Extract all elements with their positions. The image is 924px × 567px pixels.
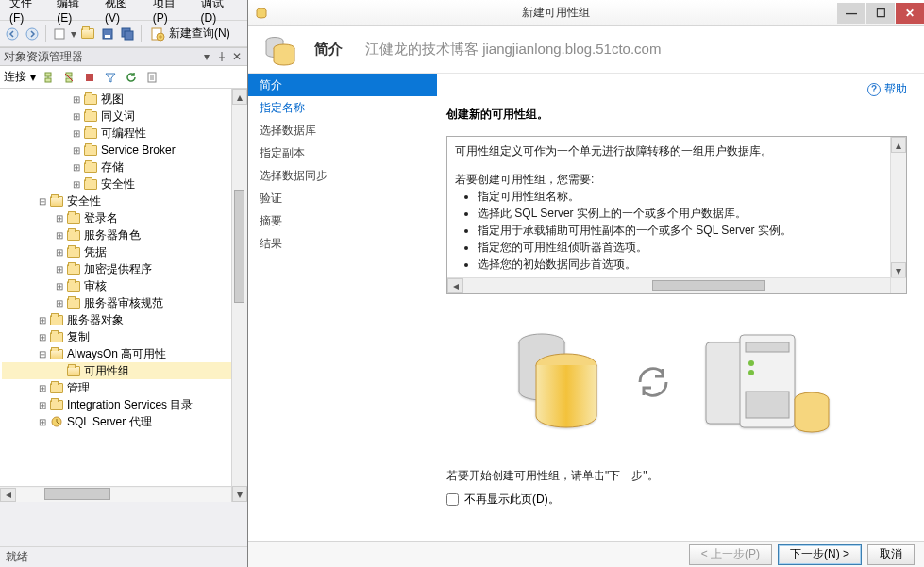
nav-back-icon[interactable]: [4, 25, 21, 42]
dont-show-checkbox[interactable]: 不再显示此页(D)。: [446, 492, 907, 508]
refresh-icon[interactable]: [123, 69, 140, 86]
menu-debug[interactable]: 调试(D): [197, 0, 242, 25]
scroll-up-icon[interactable]: ▴: [891, 137, 906, 153]
connect-icon[interactable]: [40, 69, 57, 86]
scroll-down-icon[interactable]: ▾: [232, 486, 247, 502]
tree-item[interactable]: ⊞Service Broker: [2, 142, 247, 158]
scroll-left-icon[interactable]: ◂: [447, 278, 463, 293]
expand-icon[interactable]: ⊟: [36, 196, 49, 207]
menubar: 文件(F) 编辑(E) 视图(V) 项目(P) 调试(D): [0, 0, 247, 21]
tree-item[interactable]: ⊞凭据: [2, 243, 247, 260]
folder-icon: [49, 346, 64, 361]
svg-rect-6: [125, 31, 133, 40]
tree-item[interactable]: ⊞视图: [2, 91, 247, 108]
svg-point-24: [748, 360, 754, 366]
expand-icon[interactable]: ⊞: [70, 145, 83, 156]
tree-item[interactable]: 可用性组: [2, 362, 247, 379]
tree-item[interactable]: ⊞审核: [2, 277, 247, 294]
wizard-step[interactable]: 选择数据同步: [248, 164, 437, 187]
close-button[interactable]: ✕: [896, 3, 924, 24]
save-icon[interactable]: [99, 25, 116, 42]
info-hscroll[interactable]: ◂ ▸: [447, 277, 906, 293]
wizard-step[interactable]: 指定副本: [248, 142, 437, 164]
scroll-left-icon[interactable]: ◂: [0, 488, 16, 502]
tree-item[interactable]: ⊟AlwaysOn 高可用性: [2, 345, 247, 362]
wizard-step[interactable]: 选择数据库: [248, 119, 437, 142]
tree-item[interactable]: ⊞服务器对象: [2, 311, 247, 328]
tree-item[interactable]: ⊞可编程性: [2, 125, 247, 142]
expand-icon[interactable]: ⊞: [70, 111, 83, 122]
wizard-dialog: 新建可用性组 — ☐ ✕ 简介 江健龙的技术博客 jiangjianlong.b…: [247, 0, 924, 567]
svg-rect-10: [45, 78, 51, 82]
checkbox-input[interactable]: [446, 493, 459, 506]
expand-icon[interactable]: ⊞: [53, 281, 66, 292]
stop-icon[interactable]: [81, 69, 98, 86]
menu-edit[interactable]: 编辑(E): [53, 0, 97, 25]
expand-icon[interactable]: ⊞: [36, 332, 49, 342]
tree-item[interactable]: ⊞服务器审核规范: [2, 294, 247, 311]
scroll-thumb[interactable]: [234, 190, 244, 303]
scroll-thumb[interactable]: [652, 280, 765, 291]
nav-fwd-icon[interactable]: [24, 25, 41, 42]
tree-item[interactable]: ⊞复制: [2, 328, 247, 345]
expand-icon[interactable]: ⊞: [70, 128, 83, 139]
expand-icon[interactable]: ⊞: [36, 315, 49, 325]
menu-project[interactable]: 项目(P): [149, 0, 193, 25]
tree-item[interactable]: ⊞安全性: [2, 175, 247, 192]
disconnect-icon[interactable]: [60, 69, 77, 86]
tree-item[interactable]: ⊞同义词: [2, 108, 247, 125]
folder-icon: [83, 108, 98, 124]
expand-icon[interactable]: ⊞: [53, 230, 66, 241]
tree-item[interactable]: ⊞存储: [2, 158, 247, 175]
next-button[interactable]: 下一步(N) >: [778, 544, 862, 565]
tree-item[interactable]: ⊞Integration Services 目录: [2, 396, 247, 413]
script-icon[interactable]: [143, 69, 160, 86]
filter-icon[interactable]: [102, 69, 119, 86]
connect-label[interactable]: 连接: [4, 69, 26, 85]
tree-item[interactable]: ⊞SQL Server 代理: [2, 413, 247, 430]
wizard-step[interactable]: 结果: [248, 232, 437, 255]
close-icon[interactable]: ✕: [230, 50, 244, 63]
info-vscroll[interactable]: ▴ ▾: [890, 137, 906, 278]
tree-item[interactable]: ⊞管理: [2, 379, 247, 396]
object-explorer-tree[interactable]: ⊞视图⊞同义词⊞可编程性⊞Service Broker⊞存储⊞安全性⊟安全性⊞登…: [0, 89, 247, 486]
tree-hscroll[interactable]: ◂ ▸: [0, 486, 247, 502]
menu-file[interactable]: 文件(F): [6, 0, 49, 25]
expand-icon[interactable]: ⊞: [36, 417, 49, 427]
scroll-down-icon[interactable]: ▾: [891, 262, 906, 278]
expand-icon[interactable]: ⊞: [36, 383, 49, 393]
maximize-button[interactable]: ☐: [866, 3, 895, 24]
scroll-thumb[interactable]: [44, 488, 110, 500]
wizard-step[interactable]: 摘要: [248, 209, 437, 232]
expand-icon[interactable]: ⊞: [70, 162, 83, 173]
blog-watermark: 江健龙的技术博客 jiangjianlong.blog.51cto.com: [365, 41, 661, 58]
expand-icon[interactable]: ⊞: [53, 213, 66, 224]
titlebar[interactable]: 新建可用性组 — ☐ ✕: [248, 0, 924, 26]
scroll-up-icon[interactable]: ▴: [232, 89, 247, 105]
expand-icon[interactable]: ⊞: [36, 400, 49, 410]
open-icon[interactable]: [79, 25, 96, 42]
expand-icon[interactable]: ⊞: [53, 298, 66, 309]
minimize-button[interactable]: —: [837, 3, 865, 24]
tree-item[interactable]: ⊟安全性: [2, 192, 247, 209]
menu-view[interactable]: 视图(V): [101, 0, 145, 25]
expand-icon[interactable]: ⊞: [70, 94, 83, 105]
tree-item[interactable]: ⊞加密提供程序: [2, 260, 247, 277]
wizard-step[interactable]: 验证: [248, 187, 437, 209]
new-icon[interactable]: [51, 25, 68, 42]
cancel-button[interactable]: 取消: [867, 544, 915, 565]
expand-icon[interactable]: ⊟: [36, 349, 49, 359]
tree-item[interactable]: ⊞登录名: [2, 209, 247, 226]
wizard-step[interactable]: 指定名称: [248, 96, 437, 119]
saveall-icon[interactable]: [119, 25, 136, 42]
expand-icon[interactable]: ⊞: [53, 247, 66, 258]
help-link[interactable]: ? 帮助: [867, 81, 907, 97]
new-query-button[interactable]: 新建查询(N): [146, 25, 234, 42]
tree-item[interactable]: ⊞服务器角色: [2, 226, 247, 243]
expand-icon[interactable]: ⊞: [70, 179, 83, 190]
dropdown-icon[interactable]: ▾: [200, 50, 213, 63]
expand-icon[interactable]: ⊞: [53, 264, 66, 275]
pin-icon[interactable]: [215, 50, 228, 63]
connect-toolbar: 连接▾: [0, 66, 247, 89]
tree-vscroll[interactable]: ▴ ▾: [231, 89, 247, 502]
